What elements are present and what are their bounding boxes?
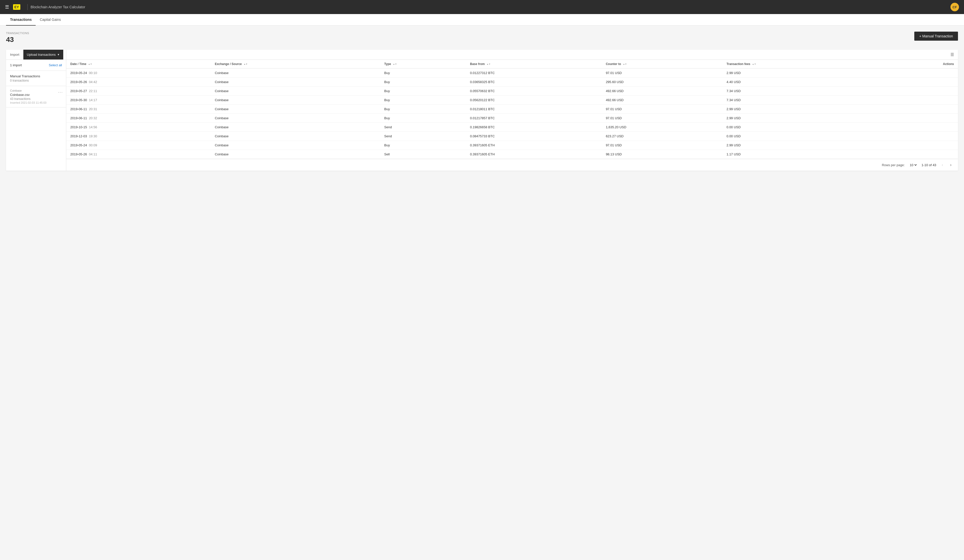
upload-tab-label: Upload transactions: [27, 53, 56, 57]
sort-arrows-type: ▲▼: [393, 63, 397, 65]
cell-tx-fees: 2.99 USD: [723, 141, 879, 150]
col-tx-fees[interactable]: Transaction fees ▲▼: [723, 60, 879, 68]
rows-per-page-selector[interactable]: 10 25 50: [909, 163, 918, 167]
import-count: 1 import: [10, 63, 22, 67]
upload-transactions-tab[interactable]: Upload transactions ▼: [23, 50, 63, 60]
cell-type: Send: [380, 123, 466, 132]
col-type-label: Type: [384, 62, 391, 66]
cell-exchange: Coinbase: [211, 68, 380, 78]
cell-counter-to: 97.01 USD: [602, 114, 723, 123]
cell-tx-fees: 1.17 USD: [723, 150, 879, 159]
transactions-label: TRANSACTIONS: [6, 32, 29, 35]
cell-time: 14:17: [89, 98, 97, 102]
cell-tx-fees: 7.34 USD: [723, 86, 879, 96]
col-date-time[interactable]: Date / Time ▲▼: [66, 60, 211, 68]
coinbase-menu-icon[interactable]: ...: [58, 89, 63, 94]
table-header-row: Date / Time ▲▼ Exchange / Source ▲▼ Type…: [66, 60, 958, 68]
tab-transactions[interactable]: Transactions: [6, 14, 36, 26]
cell-exchange: Coinbase: [211, 105, 380, 114]
coinbase-inserted-date: Inserted 2021-02-03 11:45:03: [10, 101, 62, 104]
cell-actions: [879, 96, 958, 105]
cell-time: 04:11: [89, 152, 97, 156]
cell-type: Buy: [380, 114, 466, 123]
cell-base-from: 0.01227312 BTC: [466, 68, 602, 78]
cell-date: 2019-06-11: [70, 107, 87, 111]
ey-logo: EY: [13, 4, 20, 10]
rows-per-page-select[interactable]: 10 25 50: [909, 163, 918, 167]
cell-type: Send: [380, 132, 466, 141]
select-all-link[interactable]: Select all: [49, 63, 62, 67]
cell-time: 22:11: [89, 89, 97, 93]
col-exchange[interactable]: Exchange / Source ▲▼: [211, 60, 380, 68]
col-type[interactable]: Type ▲▼: [380, 60, 466, 68]
manual-transactions-title: Manual Transactions: [10, 74, 62, 78]
table-row: 2019-12-03 19:30 Coinbase Send 0.0847573…: [66, 132, 958, 141]
cell-tx-fees: 2.99 USD: [723, 114, 879, 123]
manual-transactions-subtitle: 0 transactions: [10, 79, 62, 82]
cell-time: 19:30: [89, 134, 97, 138]
transactions-count: 43: [6, 36, 29, 44]
avatar[interactable]: CF: [951, 3, 959, 11]
cell-actions: [879, 114, 958, 123]
cell-time: 00:10: [89, 71, 97, 75]
filter-icon[interactable]: ☰: [951, 52, 954, 57]
manual-transaction-button[interactable]: + Manual Transaction: [914, 32, 958, 41]
rows-per-page-label: Rows per page:: [882, 163, 905, 167]
cell-counter-to: 98.13 USD: [602, 150, 723, 159]
cell-date: 2019-05-27: [70, 89, 87, 93]
cell-base-from: 0.05570632 BTC: [466, 86, 602, 96]
tab-capital-gains[interactable]: Capital Gains: [36, 14, 65, 26]
cell-time: 14:56: [89, 125, 97, 129]
cell-type: Buy: [380, 105, 466, 114]
cell-counter-to: 623.27 USD: [602, 132, 723, 141]
col-counter-to[interactable]: Counter to ▲▼: [602, 60, 723, 68]
cell-type: Buy: [380, 96, 466, 105]
cell-type: Buy: [380, 141, 466, 150]
cell-actions: [879, 123, 958, 132]
pagination-next-button[interactable]: ›: [949, 162, 953, 168]
cell-counter-to: 492.66 USD: [602, 86, 723, 96]
cell-time: 04:42: [89, 80, 97, 84]
cell-base-from: 0.08475733 BTC: [466, 132, 602, 141]
col-base-from-label: Base from: [470, 62, 485, 66]
cell-date-time: 2019-05-24 00:09: [66, 141, 211, 150]
cell-exchange: Coinbase: [211, 96, 380, 105]
sidebar: Import Upload transactions ▼ 1 import Se…: [6, 50, 66, 171]
table-body: 2019-05-24 00:10 Coinbase Buy 0.01227312…: [66, 68, 958, 159]
coinbase-item[interactable]: Coinbase Coinbase.csv 43 transactions In…: [6, 86, 66, 107]
manual-transactions-item[interactable]: Manual Transactions 0 transactions: [6, 71, 66, 86]
app-header: ☰ EY Blockchain Analyzer Tax Calculator …: [0, 0, 964, 14]
cell-exchange: Coinbase: [211, 132, 380, 141]
menu-icon[interactable]: ☰: [5, 4, 9, 10]
content-area: Import Upload transactions ▼ 1 import Se…: [6, 50, 958, 171]
cell-counter-to: 295.60 USD: [602, 78, 723, 86]
cell-date-time: 2019-05-30 14:17: [66, 96, 211, 105]
cell-base-from: 0.19826658 BTC: [466, 123, 602, 132]
cell-tx-fees: 4.40 USD: [723, 78, 879, 86]
cell-date-time: 2019-05-27 22:11: [66, 86, 211, 96]
coinbase-filename: Coinbase.csv: [10, 93, 62, 97]
transactions-info: TRANSACTIONS 43: [6, 32, 29, 44]
pagination: Rows per page: 10 25 50 1-10 of 43 ‹ ›: [66, 159, 958, 171]
logo: EY: [13, 4, 20, 10]
cell-actions: [879, 78, 958, 86]
import-tab[interactable]: Import: [6, 50, 23, 60]
cell-time: 00:09: [89, 143, 97, 147]
cell-actions: [879, 150, 958, 159]
sidebar-content: 1 import Select all Manual Transactions …: [6, 60, 66, 107]
cell-date: 2019-10-15: [70, 125, 87, 129]
cell-date-time: 2019-05-26 04:11: [66, 150, 211, 159]
col-base-from[interactable]: Base from ▲▼: [466, 60, 602, 68]
cell-base-from: 0.39371605 ETH: [466, 141, 602, 150]
cell-date: 2019-05-26: [70, 152, 87, 156]
cell-tx-fees: 2.99 USD: [723, 105, 879, 114]
pagination-prev-button[interactable]: ‹: [940, 162, 944, 168]
col-exchange-label: Exchange / Source: [215, 62, 242, 66]
col-date-time-label: Date / Time: [70, 62, 86, 66]
sort-arrows-base: ▲▼: [487, 63, 490, 65]
cell-actions: [879, 68, 958, 78]
cell-time: 20:31: [89, 107, 97, 111]
table-row: 2019-05-24 00:10 Coinbase Buy 0.01227312…: [66, 68, 958, 78]
cell-tx-fees: 7.34 USD: [723, 96, 879, 105]
cell-base-from: 0.03658325 BTC: [466, 78, 602, 86]
